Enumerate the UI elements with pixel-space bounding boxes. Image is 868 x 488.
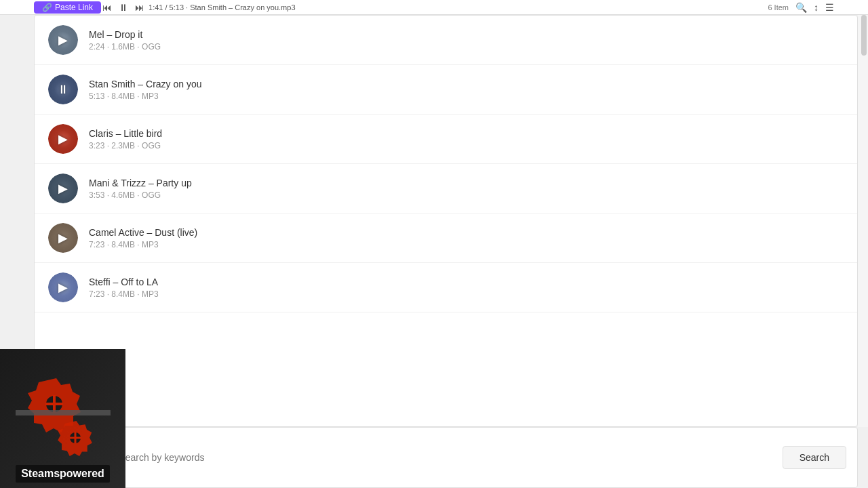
player-bar: 🔗 Paste Link ⏮ ⏸ ⏭ 1:41 / 5:13 · Stan Sm… [0,0,868,15]
album-art: ▶ [48,223,78,253]
bottom-search-bar: → 🔍 Search [34,427,858,488]
current-track-info: 1:41 / 5:13 · Stan Smith – Crazy on you.… [149,3,295,12]
steam-gear-svg [16,361,111,456]
paste-link-label: Paste Link [55,3,93,12]
play-icon: ▶ [58,131,68,146]
steam-gears [0,349,125,468]
album-art: ▶ [48,174,78,203]
track-title: Steffi – Off to LA [89,277,844,287]
track-details: Mani & Trizzz – Party up 3:53 · 4.6MB · … [89,178,844,200]
track-details: Claris – Little bird 3:23 · 2.3MB · OGG [89,128,844,150]
track-details: Steffi – Off to LA 7:23 · 8.4MB · MP3 [89,277,844,299]
track-item[interactable]: ▶ Mel – Drop it 2:24 · 1.6MB · OGG [35,16,857,65]
scrollbar-track[interactable] [858,15,868,427]
steam-label: Steamspowered [16,465,110,483]
svg-rect-3 [16,410,111,415]
track-details: Camel Active – Dust (live) 7:23 · 8.4MB … [89,227,844,249]
track-details: Stan Smith – Crazy on you 5:13 · 8.4MB ·… [89,79,844,101]
track-meta: 2:24 · 1.6MB · OGG [89,42,844,52]
scrollbar-thumb[interactable] [861,15,867,56]
track-meta: 7:23 · 8.4MB · MP3 [89,289,844,299]
player-controls: ⏮ ⏸ ⏭ [101,1,146,14]
track-meta: 3:23 · 2.3MB · OGG [89,141,844,150]
paste-link-button[interactable]: 🔗 Paste Link [34,1,101,14]
track-title: Claris – Little bird [89,128,844,139]
sort-button[interactable]: ↕ [814,2,818,13]
track-list: ▶ Mel – Drop it 2:24 · 1.6MB · OGG ⏸ Sta… [35,16,857,312]
track-meta: 5:13 · 8.4MB · MP3 [89,92,844,101]
menu-button[interactable]: ☰ [825,2,834,13]
play-icon: ▶ [58,181,68,196]
album-art: ⏸ [48,75,78,104]
track-title: Mani & Trizzz – Party up [89,178,844,188]
album-art: ▶ [48,272,78,302]
pause-icon: ⏸ [57,83,69,97]
link-icon: 🔗 [42,3,52,12]
track-item[interactable]: ⏸ Stan Smith – Crazy on you 5:13 · 8.4MB… [35,65,857,115]
search-button[interactable]: Search [783,446,846,469]
play-icon: ▶ [58,33,68,47]
album-art: ▶ [48,25,78,55]
header-right: 6 Item 🔍 ↕ ☰ [768,2,834,13]
play-icon: ▶ [58,280,68,295]
track-item[interactable]: ▶ Mani & Trizzz – Party up 3:53 · 4.6MB … [35,164,857,214]
track-list-container: ▶ Mel – Drop it 2:24 · 1.6MB · OGG ⏸ Sta… [34,15,858,427]
track-title: Mel – Drop it [89,29,844,40]
track-item[interactable]: ▶ Camel Active – Dust (live) 7:23 · 8.4M… [35,214,857,263]
track-meta: 3:53 · 4.6MB · OGG [89,190,844,200]
track-item[interactable]: ▶ Steffi – Off to LA 7:23 · 8.4MB · MP3 [35,263,857,312]
items-count: 6 Item [768,3,789,12]
search-header-button[interactable]: 🔍 [795,2,807,13]
album-art: ▶ [48,124,78,154]
track-meta: 7:23 · 8.4MB · MP3 [89,240,844,249]
prev-button[interactable]: ⏮ [101,1,113,14]
steam-overlay: Steamspowered [0,349,125,488]
track-details: Mel – Drop it 2:24 · 1.6MB · OGG [89,29,844,52]
search-input[interactable] [89,452,774,463]
next-button[interactable]: ⏭ [134,1,146,14]
track-title: Stan Smith – Crazy on you [89,79,844,89]
play-icon: ▶ [58,230,68,245]
track-item[interactable]: ▶ Claris – Little bird 3:23 · 2.3MB · OG… [35,115,857,164]
track-title: Camel Active – Dust (live) [89,227,844,238]
play-pause-button[interactable]: ⏸ [117,1,130,14]
